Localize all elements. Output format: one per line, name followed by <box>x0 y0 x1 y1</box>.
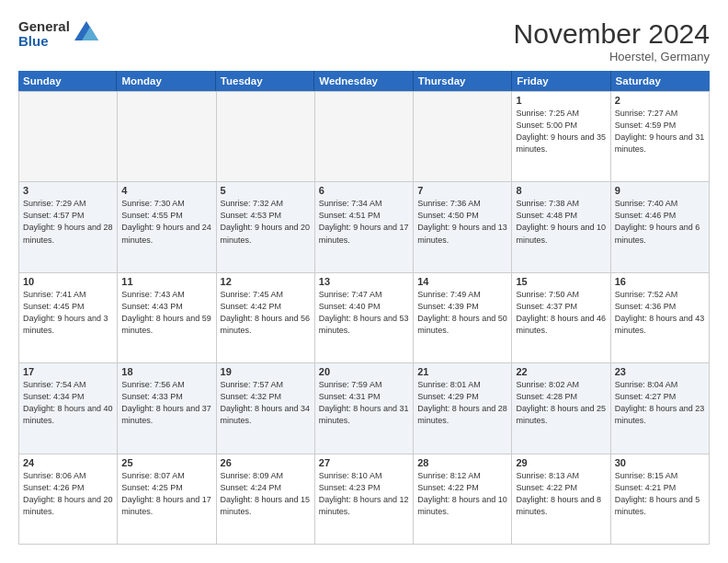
day-info: Sunrise: 7:49 AM Sunset: 4:39 PM Dayligh… <box>417 289 507 337</box>
title-block: November 2024 Hoerstel, Germany <box>514 18 710 63</box>
day-number: 15 <box>516 276 606 287</box>
day-number: 14 <box>417 276 507 287</box>
day-17: 17Sunrise: 7:54 AM Sunset: 4:34 PM Dayli… <box>19 362 118 453</box>
weekday-monday: Monday <box>117 71 215 91</box>
day-number: 24 <box>23 457 113 468</box>
day-info: Sunrise: 7:43 AM Sunset: 4:43 PM Dayligh… <box>121 289 211 337</box>
day-23: 23Sunrise: 8:04 AM Sunset: 4:27 PM Dayli… <box>611 362 710 453</box>
weekday-saturday: Saturday <box>611 71 710 91</box>
day-info: Sunrise: 7:29 AM Sunset: 4:57 PM Dayligh… <box>23 198 113 246</box>
day-empty <box>217 91 315 181</box>
day-number: 4 <box>121 185 211 196</box>
day-1: 1Sunrise: 7:25 AM Sunset: 5:00 PM Daylig… <box>512 91 610 181</box>
day-12: 12Sunrise: 7:45 AM Sunset: 4:42 PM Dayli… <box>217 272 315 362</box>
day-number: 12 <box>221 276 311 287</box>
day-info: Sunrise: 7:57 AM Sunset: 4:32 PM Dayligh… <box>221 379 311 427</box>
day-10: 10Sunrise: 7:41 AM Sunset: 4:45 PM Dayli… <box>19 272 118 362</box>
day-3: 3Sunrise: 7:29 AM Sunset: 4:57 PM Daylig… <box>19 181 118 271</box>
day-20: 20Sunrise: 7:59 AM Sunset: 4:31 PM Dayli… <box>315 362 414 453</box>
day-number: 21 <box>417 366 507 377</box>
header: General Blue November 2024 Hoerstel, Ger… <box>9 9 719 63</box>
day-number: 17 <box>23 366 113 377</box>
day-11: 11Sunrise: 7:43 AM Sunset: 4:43 PM Dayli… <box>118 272 216 362</box>
day-info: Sunrise: 8:07 AM Sunset: 4:25 PM Dayligh… <box>121 470 211 518</box>
day-7: 7Sunrise: 7:36 AM Sunset: 4:50 PM Daylig… <box>414 181 512 271</box>
day-15: 15Sunrise: 7:50 AM Sunset: 4:37 PM Dayli… <box>512 272 610 362</box>
day-info: Sunrise: 7:54 AM Sunset: 4:34 PM Dayligh… <box>23 379 113 427</box>
day-number: 10 <box>23 276 113 287</box>
day-info: Sunrise: 8:10 AM Sunset: 4:23 PM Dayligh… <box>319 470 409 518</box>
day-info: Sunrise: 7:34 AM Sunset: 4:51 PM Dayligh… <box>319 198 409 246</box>
day-number: 9 <box>615 185 705 196</box>
day-empty <box>118 91 216 181</box>
day-18: 18Sunrise: 7:56 AM Sunset: 4:33 PM Dayli… <box>118 362 216 453</box>
day-info: Sunrise: 7:50 AM Sunset: 4:37 PM Dayligh… <box>516 289 606 337</box>
day-info: Sunrise: 7:40 AM Sunset: 4:46 PM Dayligh… <box>615 198 705 246</box>
day-19: 19Sunrise: 7:57 AM Sunset: 4:32 PM Dayli… <box>217 362 315 453</box>
day-number: 13 <box>319 276 409 287</box>
day-info: Sunrise: 8:02 AM Sunset: 4:28 PM Dayligh… <box>516 379 606 427</box>
day-info: Sunrise: 7:47 AM Sunset: 4:40 PM Dayligh… <box>319 289 409 337</box>
logo-text: General Blue <box>18 19 70 50</box>
day-number: 19 <box>221 366 311 377</box>
day-number: 30 <box>615 457 705 468</box>
day-number: 8 <box>516 185 606 196</box>
day-14: 14Sunrise: 7:49 AM Sunset: 4:39 PM Dayli… <box>414 272 512 362</box>
day-empty <box>414 91 512 181</box>
day-info: Sunrise: 7:36 AM Sunset: 4:50 PM Dayligh… <box>417 198 507 246</box>
day-number: 2 <box>615 95 705 106</box>
logo-general-text: General <box>18 19 70 35</box>
day-22: 22Sunrise: 8:02 AM Sunset: 4:28 PM Dayli… <box>512 362 610 453</box>
month-title: November 2024 <box>514 18 710 50</box>
day-27: 27Sunrise: 8:10 AM Sunset: 4:23 PM Dayli… <box>315 454 414 544</box>
day-16: 16Sunrise: 7:52 AM Sunset: 4:36 PM Dayli… <box>611 272 710 362</box>
day-info: Sunrise: 8:01 AM Sunset: 4:29 PM Dayligh… <box>417 379 507 427</box>
day-info: Sunrise: 7:25 AM Sunset: 5:00 PM Dayligh… <box>516 108 606 155</box>
day-number: 11 <box>121 276 211 287</box>
day-28: 28Sunrise: 8:12 AM Sunset: 4:22 PM Dayli… <box>414 454 512 544</box>
weekday-wednesday: Wednesday <box>314 71 413 91</box>
day-empty <box>315 91 414 181</box>
day-2: 2Sunrise: 7:27 AM Sunset: 4:59 PM Daylig… <box>611 91 710 181</box>
day-info: Sunrise: 8:12 AM Sunset: 4:22 PM Dayligh… <box>417 470 507 518</box>
day-number: 29 <box>516 457 606 468</box>
day-info: Sunrise: 8:04 AM Sunset: 4:27 PM Dayligh… <box>615 379 705 427</box>
day-empty <box>19 91 118 181</box>
day-info: Sunrise: 8:13 AM Sunset: 4:22 PM Dayligh… <box>516 470 606 518</box>
day-info: Sunrise: 7:38 AM Sunset: 4:48 PM Dayligh… <box>516 198 606 246</box>
day-info: Sunrise: 7:32 AM Sunset: 4:53 PM Dayligh… <box>221 198 311 246</box>
day-8: 8Sunrise: 7:38 AM Sunset: 4:48 PM Daylig… <box>512 181 610 271</box>
day-info: Sunrise: 7:45 AM Sunset: 4:42 PM Dayligh… <box>221 289 311 337</box>
day-info: Sunrise: 7:30 AM Sunset: 4:55 PM Dayligh… <box>121 198 211 246</box>
day-4: 4Sunrise: 7:30 AM Sunset: 4:55 PM Daylig… <box>118 181 216 271</box>
day-number: 7 <box>417 185 507 196</box>
day-number: 26 <box>221 457 311 468</box>
weekday-thursday: Thursday <box>414 71 512 91</box>
day-9: 9Sunrise: 7:40 AM Sunset: 4:46 PM Daylig… <box>611 181 710 271</box>
page: General Blue November 2024 Hoerstel, Ger… <box>0 0 728 563</box>
day-30: 30Sunrise: 8:15 AM Sunset: 4:21 PM Dayli… <box>611 454 710 544</box>
day-info: Sunrise: 7:56 AM Sunset: 4:33 PM Dayligh… <box>121 379 211 427</box>
logo-icon <box>73 18 100 50</box>
day-number: 28 <box>417 457 507 468</box>
day-number: 16 <box>615 276 705 287</box>
day-number: 6 <box>319 185 409 196</box>
day-number: 20 <box>319 366 409 377</box>
logo-blue-text: Blue <box>18 34 70 50</box>
day-number: 27 <box>319 457 409 468</box>
day-info: Sunrise: 7:41 AM Sunset: 4:45 PM Dayligh… <box>23 289 113 337</box>
calendar: SundayMondayTuesdayWednesdayThursdayFrid… <box>9 71 719 554</box>
logo: General Blue <box>18 18 100 50</box>
day-number: 3 <box>23 185 113 196</box>
day-21: 21Sunrise: 8:01 AM Sunset: 4:29 PM Dayli… <box>414 362 512 453</box>
day-info: Sunrise: 8:06 AM Sunset: 4:26 PM Dayligh… <box>23 470 113 518</box>
day-number: 18 <box>121 366 211 377</box>
day-number: 22 <box>516 366 606 377</box>
day-info: Sunrise: 8:15 AM Sunset: 4:21 PM Dayligh… <box>615 470 705 518</box>
day-info: Sunrise: 7:27 AM Sunset: 4:59 PM Dayligh… <box>615 108 705 155</box>
calendar-body: 1Sunrise: 7:25 AM Sunset: 5:00 PM Daylig… <box>18 91 710 545</box>
day-13: 13Sunrise: 7:47 AM Sunset: 4:40 PM Dayli… <box>315 272 414 362</box>
day-number: 5 <box>221 185 311 196</box>
day-24: 24Sunrise: 8:06 AM Sunset: 4:26 PM Dayli… <box>19 454 118 544</box>
location: Hoerstel, Germany <box>514 50 710 63</box>
